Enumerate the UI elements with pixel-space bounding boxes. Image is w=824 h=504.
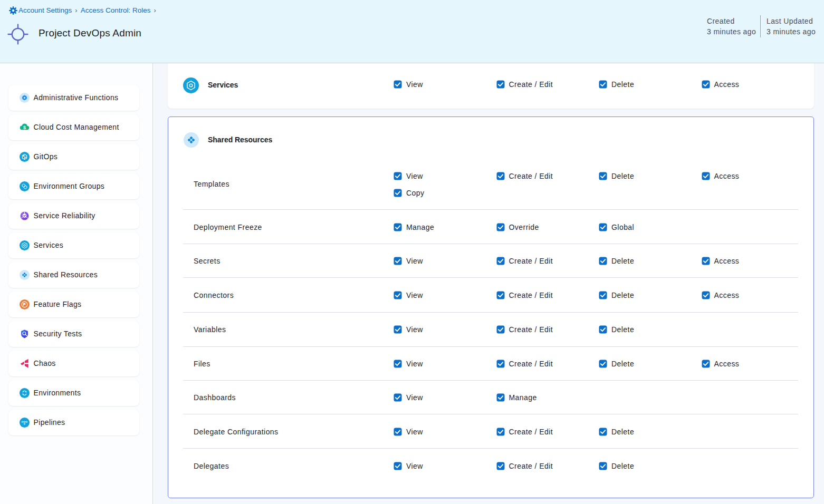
svg-text:$: $ <box>23 124 26 130</box>
